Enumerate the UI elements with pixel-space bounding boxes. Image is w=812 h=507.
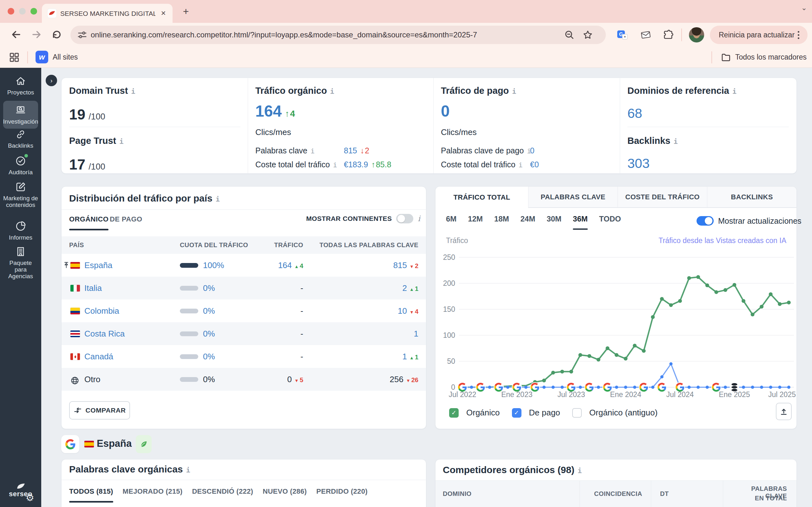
export-button[interactable] (776, 403, 792, 420)
range-24m[interactable]: 24M (520, 215, 536, 223)
reload-button[interactable] (51, 29, 63, 41)
browser-tab[interactable]: SERSEO MARKETING DIGITAL × (42, 4, 172, 23)
legend-checkbox-de-pago[interactable]: ✓ (512, 408, 521, 418)
info-icon[interactable] (577, 464, 582, 475)
sidebar-item-backlinks[interactable]: Backlinks (0, 129, 41, 149)
profile-avatar[interactable] (689, 27, 704, 43)
table-row[interactable]: Italia0%-21 (61, 277, 426, 299)
table-row[interactable]: Otro0%0525626 (61, 368, 426, 391)
new-tab-button[interactable]: + (180, 5, 192, 18)
close-tab-icon[interactable]: × (158, 8, 169, 18)
apps-grid-icon[interactable] (8, 51, 20, 63)
fresh-index-badge[interactable] (136, 435, 152, 453)
col-pais[interactable]: PAÍS (69, 241, 84, 249)
range-todo[interactable]: TODO (599, 215, 621, 223)
bookmarks-divider-right (711, 51, 712, 63)
col-palabras-total-2[interactable]: EN TOTAL (730, 495, 787, 502)
tab-organico[interactable]: ORGÁNICO (69, 215, 108, 223)
upload-icon (779, 407, 788, 416)
bookmark-all-sites[interactable]: All sites (53, 53, 78, 61)
range-18m[interactable]: 18M (494, 215, 509, 223)
table-row[interactable]: España100%16448152 (61, 254, 426, 277)
sidebar-item-proyectos[interactable]: Proyectos (0, 75, 41, 96)
info-icon[interactable] (512, 86, 516, 96)
sidebar-item-marketing-contenidos[interactable]: Marketing de contenidos (0, 181, 41, 208)
legend-checkbox-organico-antiguo[interactable] (572, 408, 582, 418)
info-icon[interactable] (216, 193, 220, 204)
info-icon[interactable] (673, 135, 677, 146)
minimize-window-button[interactable] (19, 8, 26, 14)
range-30m[interactable]: 30M (547, 215, 561, 223)
col-coincidencia[interactable]: COINCIDENCIA (594, 490, 642, 498)
info-icon[interactable] (333, 160, 337, 169)
info-icon[interactable] (330, 86, 334, 96)
close-window-button[interactable] (8, 8, 14, 14)
col-dominio[interactable]: DOMINIO (443, 490, 472, 498)
tab-search-chevron-icon[interactable]: ⌄ (799, 3, 809, 13)
forward-button[interactable] (31, 29, 43, 41)
show-updates-toggle[interactable] (697, 216, 714, 226)
sidebar-item-auditoria[interactable]: Auditoría (0, 155, 41, 176)
browser-menu-icon[interactable] (794, 30, 803, 40)
col-dt[interactable]: DT (660, 490, 669, 498)
tab-todos[interactable]: TODOS (815) (69, 487, 113, 496)
col-cuota[interactable]: CUOTA DEL TRÁFICO (180, 241, 248, 249)
competitors-table-header: DOMINIO COINCIDENCIA DT PALABRAS CLAVE E… (436, 481, 797, 507)
info-icon[interactable] (519, 160, 523, 169)
tab-palabras-clave[interactable]: PALABRAS CLAVE (528, 187, 618, 208)
info-icon[interactable] (186, 464, 190, 475)
range-12m[interactable]: 12M (468, 215, 483, 223)
tab-perdido[interactable]: PERDIDO (220) (316, 487, 368, 496)
tab-de-pago[interactable]: DE PAGO (110, 215, 142, 223)
traffic-chart[interactable]: 050100150200250Jul 2022Ene 2023Jul 2023E… (440, 250, 797, 400)
serseo-favicon (48, 9, 56, 18)
browser-toolbar: online.seranking.com/research.competitor… (0, 23, 812, 47)
info-icon[interactable] (418, 214, 420, 223)
range-6m[interactable]: 6M (446, 215, 456, 223)
show-continents-toggle[interactable] (396, 214, 413, 223)
table-row[interactable]: Canadá0%-11 (61, 345, 426, 368)
col-trafico[interactable]: TRÁFICO (249, 241, 303, 249)
country-link[interactable]: Costa Rica (84, 329, 125, 339)
country-link[interactable]: Italia (84, 283, 102, 293)
bookmark-star-icon[interactable] (582, 30, 593, 40)
ai-views-link[interactable]: Tráfico desde las Vistas creadas con IA (658, 236, 786, 245)
url-text[interactable]: online.seranking.com/research.competitor… (91, 31, 477, 39)
zoom-out-icon[interactable] (564, 30, 575, 40)
tab-coste-trafico[interactable]: COSTE DEL TRÁFICO (618, 187, 707, 208)
sidebar-item-paquete-agencias[interactable]: Paquete para Agencias (0, 246, 41, 279)
legend-checkbox-organico[interactable]: ✓ (449, 408, 459, 418)
country-link[interactable]: España (84, 261, 112, 270)
bookmark-all-bookmarks[interactable]: Todos los marcadores (735, 53, 807, 61)
extensions-puzzle-icon[interactable] (662, 29, 674, 41)
back-button[interactable] (10, 29, 22, 41)
sidebar-item-informes[interactable]: Informes (0, 221, 41, 241)
mail-extension-icon[interactable] (640, 29, 652, 41)
address-bar[interactable]: online.seranking.com/research.competitor… (70, 26, 606, 44)
translate-extension-icon[interactable]: G✦ (617, 29, 628, 41)
tab-nuevo[interactable]: NUEVO (286) (263, 487, 307, 496)
info-icon[interactable] (131, 86, 135, 96)
info-icon[interactable] (119, 135, 123, 146)
keywords-cell: 11 (312, 352, 418, 361)
settings-gear-icon[interactable]: ⚙ (26, 492, 34, 503)
toolbar-divider (681, 29, 682, 41)
maximize-window-button[interactable] (31, 8, 37, 14)
country-link[interactable]: Colombia (84, 306, 119, 316)
sidebar-expand-button[interactable]: › (45, 74, 58, 87)
tab-trafico-total[interactable]: TRÁFICO TOTAL (436, 187, 528, 208)
col-palabras[interactable]: TODAS LAS PALABRAS CLAVE (312, 241, 418, 249)
tab-backlinks[interactable]: BACKLINKS (707, 187, 797, 208)
tab-mejorado[interactable]: MEJORADO (215) (123, 487, 183, 496)
sidebar-item-investigacion[interactable]: Investigación (3, 101, 38, 129)
table-row[interactable]: Costa Rica0%-1 (61, 322, 426, 345)
range-36m[interactable]: 36M (573, 215, 588, 223)
info-icon[interactable] (732, 86, 737, 96)
tab-descendio[interactable]: DESCENDIÓ (222) (192, 487, 253, 496)
table-row[interactable]: Colombia0%-104 (61, 299, 426, 322)
restart-to-update-button[interactable]: Reinicia para actualizar (710, 26, 808, 44)
site-settings-icon[interactable] (77, 30, 88, 40)
info-icon[interactable] (310, 146, 315, 155)
compare-button[interactable]: COMPARAR (69, 401, 130, 419)
country-link[interactable]: Canadá (84, 352, 113, 361)
